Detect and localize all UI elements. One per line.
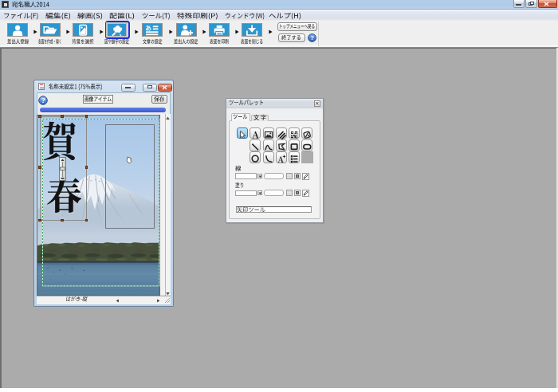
svg-text:?: ? bbox=[310, 34, 314, 41]
svg-text:?: ? bbox=[41, 96, 45, 104]
